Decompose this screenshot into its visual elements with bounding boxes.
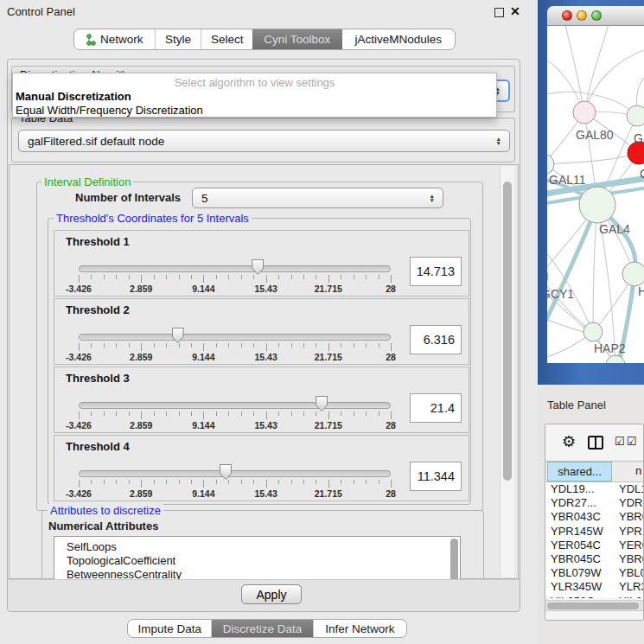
vertical-scrollbar[interactable]	[500, 166, 514, 577]
threshold-slider-thumb[interactable]	[316, 396, 328, 411]
tab-style-label: Style	[165, 33, 191, 46]
table-row[interactable]: YBR045CYBR0	[545, 552, 643, 566]
threshold-label: Threshold 2	[66, 303, 130, 316]
scrollbar-thumb[interactable]	[503, 182, 512, 481]
threshold-value-field[interactable]: 14.713	[410, 257, 462, 286]
cell-shared-name: YBR045C	[551, 552, 601, 566]
horizontal-scrollbar[interactable]	[545, 600, 643, 610]
number-of-intervals-value: 5	[201, 188, 208, 209]
threshold-value-field[interactable]: 6.316	[410, 325, 462, 354]
attribute-item[interactable]: TopologicalCoefficient	[54, 554, 460, 568]
thresholds-group-title: Threshold's Coordinates for 5 Intervals	[54, 212, 252, 225]
dropdown-hint: Select algorithm to view settings	[13, 76, 496, 89]
cell-name: YDR2	[619, 496, 643, 510]
tab-style[interactable]: Style	[155, 29, 201, 49]
number-of-intervals-label: Number of Intervals	[75, 191, 181, 204]
network-edge	[547, 153, 639, 164]
spinner-arrows-icon[interactable]: ▲▼	[430, 194, 435, 202]
algorithm-dropdown-popup: Select algorithm to view settings Manual…	[12, 73, 497, 118]
table-row[interactable]: YPR145WYPR1	[545, 525, 643, 539]
threshold-label: Threshold 4	[66, 440, 130, 453]
column-header-name[interactable]: n	[612, 462, 644, 481]
table-row[interactable]: YIL052CYIL0	[545, 595, 643, 599]
threshold-value-field[interactable]: 11.344	[410, 462, 462, 491]
attribute-item[interactable]: SelfLoops	[54, 540, 460, 554]
threshold-value-field[interactable]: 21.4	[410, 393, 462, 423]
apply-strip: Apply	[8, 579, 520, 611]
tab-infer-network[interactable]: Infer Network	[313, 620, 406, 637]
tab-impute-data-label: Impute Data	[137, 622, 201, 635]
control-panel: Control Panel ✕ NetworkStyleSelectCyni T…	[0, 0, 537, 644]
close-icon[interactable]: ✕	[510, 4, 520, 18]
network-canvas[interactable]: GAL80GAGAL11CGAL4GCY1HHAP2	[547, 26, 644, 363]
table-panel: Table Panel ⚙ ☑☑ shared... n YDL19...YDL…	[538, 385, 644, 644]
cell-name: YPR1	[619, 525, 643, 539]
table-row[interactable]: YER054CYER0	[545, 539, 643, 552]
tab-select[interactable]: Select	[201, 29, 252, 49]
cell-name: YDL1	[619, 482, 643, 496]
tab-cyni-toolbox[interactable]: Cyni Toolbox	[252, 29, 342, 49]
threshold-box-2: Threshold 2 -3.4262.8599.14415.4321.7152…	[54, 298, 469, 365]
control-panel-titlebar: Control Panel ✕	[0, 0, 537, 23]
network-node[interactable]	[627, 105, 644, 126]
cell-shared-name: YBL079W	[551, 566, 602, 580]
network-node[interactable]	[583, 322, 603, 341]
gear-icon[interactable]: ⚙	[562, 432, 576, 451]
table-row[interactable]: YLR345WYLR3	[545, 580, 643, 594]
threshold-slider-thumb[interactable]	[220, 464, 232, 480]
table-row[interactable]: YBL079WYBL0	[545, 566, 643, 580]
threshold-slider-track[interactable]	[79, 470, 391, 477]
column-header-shared-name[interactable]: shared...	[547, 462, 612, 481]
threshold-slider-track[interactable]	[79, 265, 391, 272]
tab-select-label: Select	[211, 33, 244, 46]
table-row[interactable]: YBR043CYBR0	[545, 510, 643, 524]
threshold-box-4: Threshold 4 -3.4262.8599.14415.4321.7152…	[54, 435, 469, 501]
slider-ticks	[79, 480, 391, 488]
network-edge	[547, 242, 592, 330]
apply-button[interactable]: Apply	[241, 584, 302, 604]
mac-zoom-icon[interactable]	[591, 10, 602, 21]
slider-ticks	[79, 343, 391, 352]
interval-definition-title: Interval Definition	[41, 175, 133, 188]
network-graph[interactable]: GAL80GAGAL11CGAL4GCY1HHAP2	[547, 26, 644, 363]
network-icon	[86, 34, 96, 46]
network-node[interactable]	[579, 187, 615, 223]
network-window-titlebar	[547, 6, 644, 26]
dropdown-option-equal-width[interactable]: Equal Width/Frequency Discretization	[16, 104, 203, 117]
threshold-slider-track[interactable]	[79, 334, 391, 341]
table-row[interactable]: YDR27...YDR2	[545, 496, 643, 510]
threshold-box-3: Threshold 3 -3.4262.8599.14415.4321.7152…	[54, 367, 469, 433]
spinner-arrows-icon[interactable]: ▲▼	[496, 137, 501, 145]
threshold-slider-track[interactable]	[79, 402, 391, 409]
mac-close-icon[interactable]	[562, 10, 572, 21]
threshold-slider-thumb[interactable]	[172, 328, 184, 343]
checkbox-icons[interactable]: ☑☑	[615, 435, 638, 448]
table-row[interactable]: YDL19...YDL1	[545, 482, 643, 496]
slider-tick-labels: -3.4262.8599.14415.4321.71528	[79, 352, 391, 362]
network-node[interactable]	[573, 101, 596, 124]
node-label-gcy1: GCY1	[547, 287, 574, 301]
tab-network[interactable]: Network	[74, 29, 155, 49]
dropdown-option-manual[interactable]: Manual Discretization	[16, 90, 131, 103]
tab-discretize-data[interactable]: Discretize Data	[211, 620, 312, 637]
mac-minimize-icon[interactable]	[577, 10, 587, 21]
cell-shared-name: YDR27...	[551, 496, 596, 510]
list-scrollbar-thumb[interactable]	[450, 539, 458, 583]
cell-name: YBL0	[619, 566, 643, 580]
tab-impute-data[interactable]: Impute Data	[128, 620, 211, 637]
network-node[interactable]	[622, 262, 644, 286]
network-node[interactable]	[547, 154, 554, 175]
threshold-box-1: Threshold 1 -3.4262.8599.14415.4321.7152…	[54, 230, 469, 296]
float-icon[interactable]	[494, 8, 504, 17]
threshold-slider-thumb[interactable]	[252, 259, 264, 275]
table-panel-title: Table Panel	[547, 399, 606, 411]
columns-icon[interactable]	[588, 436, 603, 450]
number-of-intervals-combobox[interactable]: 5 ▲▼	[192, 188, 443, 208]
table-data-combobox[interactable]: galFiltered.sif default node ▲▼	[18, 130, 510, 152]
network-node[interactable]	[547, 267, 548, 286]
node-label-gal80: GAL80	[576, 128, 614, 142]
slider-ticks	[79, 275, 391, 284]
tab-jactivemnodules[interactable]: jActiveMNodules	[342, 29, 455, 49]
scrollbar-thumb[interactable]	[547, 603, 639, 609]
tab-infer-network-label: Infer Network	[325, 622, 394, 635]
